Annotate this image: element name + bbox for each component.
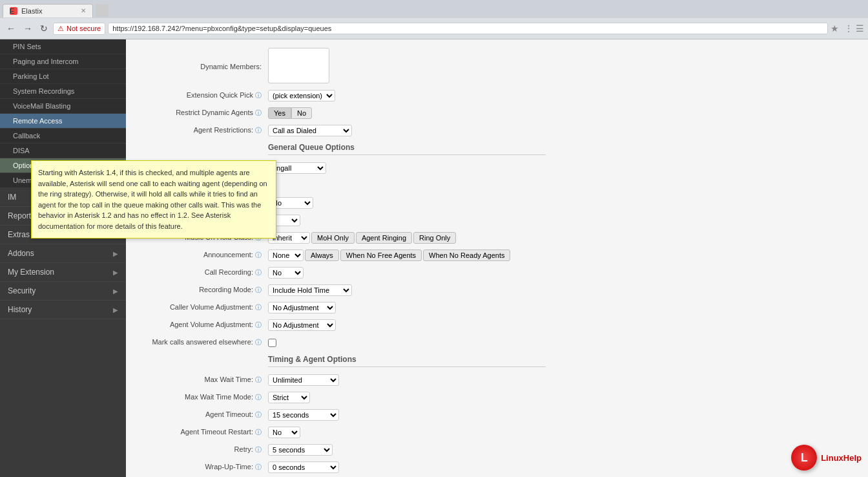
agent-restrictions-row: Agent Restrictions: ⓘ Call as Dialed xyxy=(139,123,855,138)
recording-mode-help-icon[interactable]: ⓘ xyxy=(255,286,262,293)
active-tab[interactable]: E Elastix ✕ xyxy=(3,4,93,17)
tooltip-text: Starting with Asterisk 1.4, if this is c… xyxy=(38,169,267,230)
announcement-label: Announcement: ⓘ xyxy=(139,251,268,260)
restrict-dynamic-agents-toggle: Yes No xyxy=(268,107,312,119)
content-area: Dynamic Members: Extension Quick Pick ⓘ … xyxy=(126,39,868,477)
agent-timeout-restart-help-icon[interactable]: ⓘ xyxy=(255,429,262,436)
logo-area: L LinuxHelp xyxy=(791,445,862,471)
sidebar-item-security[interactable]: Security ▶ xyxy=(0,282,126,301)
chevron-right-icon-5: ▶ xyxy=(113,269,118,276)
agent-restrictions-select[interactable]: Call as Dialed xyxy=(268,125,352,136)
browser-chrome: E Elastix ✕ ← → ↻ ⚠ Not secure https://1… xyxy=(0,0,868,39)
max-wait-time-select[interactable]: Unlimited xyxy=(268,374,339,386)
mark-calls-row: Mark calls answered elsewhere: ⓘ xyxy=(139,335,855,350)
max-wait-time-mode-help-icon[interactable]: ⓘ xyxy=(255,394,262,401)
general-queue-options-title: General Queue Options xyxy=(268,143,355,153)
agent-timeout-label: Agent Timeout: ⓘ xyxy=(139,410,268,419)
restrict-dynamic-agents-label: Restrict Dynamic Agents ⓘ xyxy=(139,109,268,118)
extension-quick-pick-help-icon[interactable]: ⓘ xyxy=(255,92,262,99)
announcement-help-icon[interactable]: ⓘ xyxy=(255,251,262,259)
chevron-right-icon-4: ▶ xyxy=(113,250,118,257)
sidebar-item-voicemail-blasting[interactable]: VoiceMail Blasting xyxy=(0,99,126,114)
caller-volume-label: Caller Volume Adjustment: ⓘ xyxy=(139,303,268,312)
sidebar-label-addons: Addons xyxy=(8,249,34,258)
timing-options-title: Timing & Agent Options xyxy=(268,355,356,365)
restrict-dynamic-agents-row: Restrict Dynamic Agents ⓘ Yes No xyxy=(139,106,855,120)
retry-row: Retry: ⓘ 5 seconds xyxy=(139,443,855,457)
settings-dots-icon[interactable]: ⋮ xyxy=(844,23,853,34)
sidebar-item-history[interactable]: History ▶ xyxy=(0,301,126,319)
announcement-select[interactable]: None xyxy=(268,249,304,261)
new-tab-button[interactable] xyxy=(96,4,108,17)
agent-restrictions-help-icon[interactable]: ⓘ xyxy=(255,127,262,134)
always-button[interactable]: Always xyxy=(305,249,339,261)
chevron-right-icon-7: ▶ xyxy=(113,306,118,313)
bookmark-star-icon[interactable]: ★ xyxy=(831,23,839,34)
sidebar-item-remote-access[interactable]: Remote Access xyxy=(0,114,126,129)
retry-label: Retry: ⓘ xyxy=(139,445,268,454)
max-wait-time-mode-row: Max Wait Time Mode: ⓘ Strict xyxy=(139,390,855,405)
ring-only-button[interactable]: Ring Only xyxy=(413,232,456,244)
agent-volume-help-icon[interactable]: ⓘ xyxy=(255,321,262,328)
extension-quick-pick-row: Extension Quick Pick ⓘ (pick extension) xyxy=(139,89,855,103)
reload-button[interactable]: ↻ xyxy=(37,22,50,35)
general-queue-options-header: General Queue Options xyxy=(139,143,855,158)
sidebar-item-addons[interactable]: Addons ▶ xyxy=(0,244,126,263)
forward-button[interactable]: → xyxy=(21,22,35,35)
dynamic-members-textarea[interactable] xyxy=(268,48,329,83)
sidebar-item-disa[interactable]: DISA xyxy=(0,143,126,158)
sidebar-item-pin-sets[interactable]: PIN Sets xyxy=(0,39,126,54)
wrap-up-time-label: Wrap-Up-Time: ⓘ xyxy=(139,463,268,472)
agent-volume-label: Agent Volume Adjustment: ⓘ xyxy=(139,321,268,330)
caller-volume-select[interactable]: No Adjustment xyxy=(268,302,336,313)
when-no-ready-agents-button[interactable]: When No Ready Agents xyxy=(423,249,510,261)
when-no-free-agents-button[interactable]: When No Free Agents xyxy=(340,249,422,261)
tab-close-button[interactable]: ✕ xyxy=(81,7,86,14)
security-icon: ⚠ xyxy=(57,25,64,33)
max-wait-time-mode-select[interactable]: Strict xyxy=(268,392,310,403)
call-recording-select[interactable]: No xyxy=(268,267,304,279)
menu-icon[interactable]: ☰ xyxy=(856,23,864,34)
sidebar-label-security: Security xyxy=(8,286,36,295)
wrap-up-time-select[interactable]: 0 seconds xyxy=(268,461,339,473)
max-wait-time-help-icon[interactable]: ⓘ xyxy=(255,376,262,383)
mark-calls-checkbox[interactable] xyxy=(268,339,276,347)
sidebar-item-callback[interactable]: Callback xyxy=(0,129,126,143)
moh-button-group: inherit MoH Only Agent Ringing Ring Only xyxy=(268,232,456,244)
sidebar-label-my-extension: My Extension xyxy=(8,268,54,277)
agent-timeout-restart-select[interactable]: No xyxy=(268,427,300,438)
retry-help-icon[interactable]: ⓘ xyxy=(255,446,262,453)
moh-only-button[interactable]: MoH Only xyxy=(311,232,355,244)
recording-mode-row: Recording Mode: ⓘ Include Hold Time xyxy=(139,283,855,297)
sidebar: PIN Sets Paging and Intercom Parking Lot… xyxy=(0,39,126,477)
url-bar[interactable]: https://192.168.7.242/?menu=pbxconfig&ty… xyxy=(108,23,828,34)
agent-timeout-help-icon[interactable]: ⓘ xyxy=(255,411,262,418)
retry-select[interactable]: 5 seconds xyxy=(268,444,333,456)
sidebar-item-my-extension[interactable]: My Extension ▶ xyxy=(0,263,126,282)
caller-volume-help-icon[interactable]: ⓘ xyxy=(255,304,262,311)
security-text: Not secure xyxy=(67,25,101,32)
recording-mode-select[interactable]: Include Hold Time xyxy=(268,284,352,296)
ring-strategy-select[interactable]: ringall xyxy=(268,162,326,174)
agent-ringing-button[interactable]: Agent Ringing xyxy=(356,232,412,244)
restrict-yes-button[interactable]: Yes xyxy=(268,107,291,119)
autofill-tooltip-popup: Starting with Asterisk 1.4, if this is c… xyxy=(31,160,276,238)
wrap-up-time-help-icon[interactable]: ⓘ xyxy=(255,463,262,471)
address-bar: ← → ↻ ⚠ Not secure https://192.168.7.242… xyxy=(0,18,868,39)
sidebar-item-system-recordings[interactable]: System Recordings xyxy=(0,84,126,99)
linuxhelp-logo-text: LinuxHelp xyxy=(821,453,862,463)
restrict-no-button[interactable]: No xyxy=(291,107,312,119)
main-layout: PIN Sets Paging and Intercom Parking Lot… xyxy=(0,39,868,477)
back-button[interactable]: ← xyxy=(4,22,18,35)
submenu: PIN Sets Paging and Intercom Parking Lot… xyxy=(0,39,126,114)
mark-calls-help-icon[interactable]: ⓘ xyxy=(255,339,262,346)
sidebar-item-paging-intercom[interactable]: Paging and Intercom xyxy=(0,54,126,69)
call-recording-help-icon[interactable]: ⓘ xyxy=(255,269,262,276)
agent-volume-select[interactable]: No Adjustment xyxy=(268,319,336,331)
max-wait-time-mode-label: Max Wait Time Mode: ⓘ xyxy=(139,393,268,402)
timing-options-header: Timing & Agent Options xyxy=(139,355,855,370)
extension-quick-pick-select[interactable]: (pick extension) xyxy=(268,90,335,101)
sidebar-item-parking-lot[interactable]: Parking Lot xyxy=(0,69,126,84)
restrict-dynamic-agents-help-icon[interactable]: ⓘ xyxy=(255,109,262,116)
agent-timeout-select[interactable]: 15 seconds xyxy=(268,409,339,421)
